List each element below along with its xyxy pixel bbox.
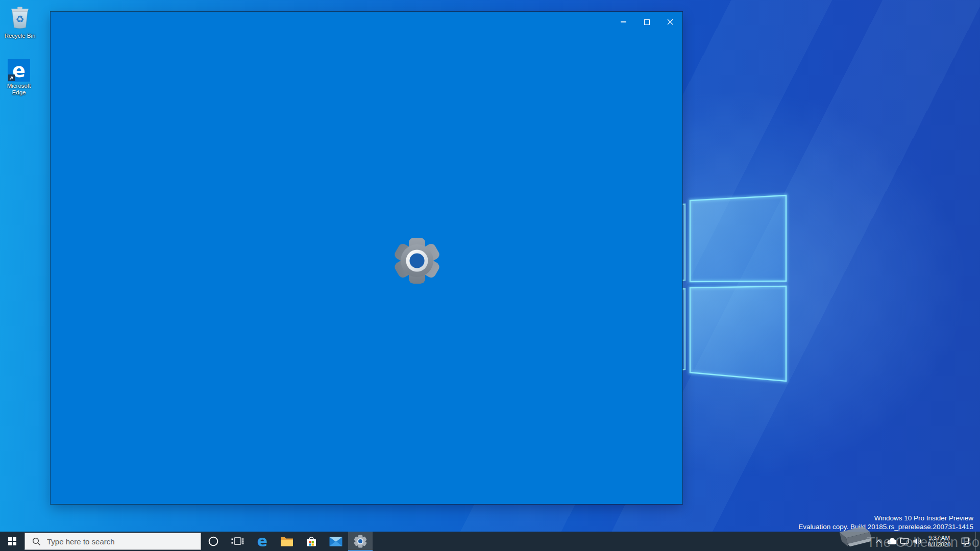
maximize-button[interactable] [635, 12, 658, 32]
desktop-icon-label: Recycle Bin [1, 33, 39, 39]
start-button[interactable] [0, 532, 24, 551]
settings-window [51, 12, 682, 504]
file-explorer-icon [280, 536, 293, 547]
close-button[interactable] [658, 12, 682, 32]
edge-icon: e [257, 534, 267, 548]
close-icon [667, 19, 673, 25]
recycle-bin-icon: ♻ [9, 5, 31, 30]
onedrive-cloud-icon [887, 538, 896, 545]
shortcut-arrow-icon [8, 74, 15, 81]
tray-time: 9:37 AM [928, 535, 950, 542]
minimize-icon [621, 21, 626, 22]
minimize-button[interactable] [611, 12, 635, 32]
show-desktop-button[interactable] [975, 532, 980, 551]
cortana-icon [208, 536, 219, 547]
desktop-icon-microsoft-edge[interactable]: e Microsoft Edge [0, 59, 38, 96]
tray-network-button[interactable] [898, 532, 911, 551]
build-watermark: Windows 10 Pro Insider Preview Evaluatio… [798, 514, 973, 531]
search-input[interactable] [46, 537, 186, 546]
desktop-icon-label: Microsoft Edge [3, 83, 35, 96]
taskbar-store-button[interactable] [299, 532, 324, 551]
taskbar-search[interactable] [24, 533, 201, 550]
tray-overflow-button[interactable] [872, 532, 885, 551]
settings-gear-icon [393, 237, 441, 285]
taskbar-task-view-button[interactable] [226, 532, 250, 551]
store-icon [305, 535, 317, 547]
network-icon [900, 537, 909, 546]
taskbar-file-explorer-button[interactable] [275, 532, 299, 551]
taskbar-settings-button[interactable] [348, 532, 373, 551]
volume-icon [913, 537, 922, 545]
build-line-1: Windows 10 Pro Insider Preview [798, 514, 973, 523]
action-center-button[interactable] [955, 532, 975, 551]
tray-date: 8/1/2020 [928, 541, 951, 548]
tray-clock[interactable]: 9:37 AM 8/1/2020 [923, 532, 955, 551]
system-tray: 9:37 AM 8/1/2020 [872, 532, 980, 551]
settings-icon [354, 535, 367, 548]
chevron-up-icon [875, 538, 882, 545]
window-caption-buttons [611, 12, 682, 32]
search-icon [32, 537, 41, 546]
wallpaper-windows-logo [674, 191, 796, 390]
taskbar-edge-button[interactable]: e [250, 532, 275, 551]
desktop-icon-recycle-bin[interactable]: ♻ Recycle Bin [1, 5, 39, 39]
tray-onedrive-button[interactable] [885, 532, 898, 551]
tray-volume-button[interactable] [911, 532, 923, 551]
maximize-icon [644, 19, 650, 25]
build-line-2: Evaluation copy. Build 20185.rs_prerelea… [798, 523, 973, 532]
windows-logo-icon [8, 537, 16, 545]
taskbar: e [0, 532, 980, 551]
edge-shortcut-icon: e [8, 59, 30, 82]
taskbar-cortana-button[interactable] [201, 532, 226, 551]
desktop: ♻ Recycle Bin e Microsoft Edge [0, 0, 980, 551]
task-view-icon [231, 535, 245, 547]
mail-icon [329, 537, 342, 546]
taskbar-mail-button[interactable] [324, 532, 348, 551]
svg-text:♻: ♻ [15, 13, 24, 24]
action-center-icon [961, 537, 970, 546]
